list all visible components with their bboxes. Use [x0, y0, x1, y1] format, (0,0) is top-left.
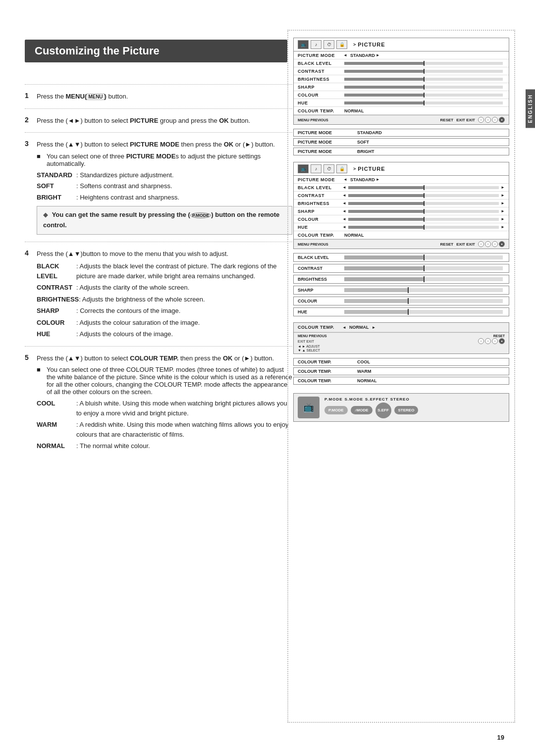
remote-btn-stereo: STEREO — [394, 406, 419, 414]
remote-btn-seffect: S.EFF — [375, 403, 391, 418]
pmode-soft-label: PICTURE MODE — [298, 140, 347, 145]
temp-normal-label: NORMAL — [37, 441, 76, 451]
panel-1-footer: MENU PREVIOUS RESET EXIT EXIT ○ ○ ○ ● — [294, 115, 509, 124]
temp-warm-label: WARM — [37, 420, 76, 430]
mode-bright: BRIGHT : Heightens contrast and sharpnes… — [37, 193, 292, 202]
circle-btn-4: ● — [499, 117, 505, 123]
panel-label-sharp-2: SHARP — [298, 209, 342, 214]
pmode-bright-label: PICTURE MODE — [298, 149, 347, 154]
footer-exit-btn-2: EXIT EXIT — [456, 242, 475, 247]
panel-icons-2: 📺 ♪ ⏱ 🔒 — [298, 164, 347, 173]
left-column: Customizing the Picture 1 Press the MENU… — [25, 40, 292, 458]
ctemp-cool: COLOUR TEMP. COOL — [293, 358, 509, 366]
circle-btn-ct-1: ○ — [478, 338, 484, 344]
panel-row-brightness-1: BRIGHTNESS — [294, 75, 509, 83]
step-4-items: BLACK LEVEL : Adjusts the black level th… — [37, 261, 292, 339]
item-contrast-label: CONTRAST — [37, 283, 76, 293]
step-5-note: You can select one of three COLOUR TEMP.… — [47, 366, 292, 396]
remote-icon: 📺 — [298, 397, 320, 418]
panel-label-contrast-2: CONTRAST — [298, 193, 342, 198]
icon-lock: 🔒 — [336, 40, 347, 49]
item-colour-desc: : Adjusts the colour saturation of the i… — [76, 318, 200, 328]
step-3: 3 Press the (▲▼) button to select PICTUR… — [25, 140, 292, 235]
item-hue-desc: : Adjusts the colours of the image. — [76, 329, 173, 339]
icon-tv: 📺 — [298, 40, 309, 49]
ctemp-cool-label: COLOUR TEMP. — [298, 359, 347, 364]
panel-row-picture-mode-2: PICTURE MODE ◄ STANDARD ► — [294, 176, 509, 184]
temp-cool: COOL : A bluish white. Using this mode w… — [37, 399, 292, 418]
remote-control-panel: 📺 P.MODE S.MODE S.EFFECT STEREO P.MODE ♪… — [293, 393, 509, 422]
step-2: 2 Press the (◄►) button to select PICTUR… — [25, 116, 292, 126]
item-contrast: CONTRAST : Adjusts the clarity of the wh… — [37, 283, 292, 293]
pmode-soft: PICTURE MODE SOFT — [293, 138, 509, 146]
panel-row-sharp-1: SHARP — [294, 83, 509, 91]
footer-menu-btn: MENU PREVIOUS — [298, 118, 328, 122]
panel-label-brightness-1: BRIGHTNESS — [298, 77, 342, 82]
panel-row-brightness-2: BRIGHTNESS ◄ ► — [294, 200, 509, 207]
step-3-text: Press the (▲▼) button to select PICTURE … — [37, 140, 275, 150]
circle-btn-ct-4: ● — [499, 338, 505, 344]
bar-label-contrast: CONTRAST — [298, 266, 342, 271]
step-3-bullet: ■ You can select one of three PICTURE MO… — [37, 152, 292, 167]
picture-panel-1-header: 📺 ♪ ⏱ 🔒 > PICTURE — [294, 38, 509, 51]
bullet-symbol: ■ — [37, 152, 44, 160]
item-black-level-label: BLACK LEVEL — [37, 261, 76, 281]
circle-btn-8: ● — [499, 241, 505, 247]
remote-seffect-label: S.EFFECT — [365, 397, 388, 402]
panel-label-black-2: BLACK LEVEL — [298, 185, 342, 190]
mode-standard-label: STANDARD — [37, 170, 76, 180]
pmode-bright-value: BRIGHT — [357, 149, 374, 154]
remote-btn-pmode: P.MODE — [324, 406, 348, 414]
panel-row-colortemp-2: COLOUR TEMP. NORMAL — [294, 231, 509, 239]
right-column-border: 📺 ♪ ⏱ 🔒 > PICTURE PICTURE MODE ◄ STANDAR… — [287, 30, 515, 723]
panel-row-colour-2: COLOUR ◄ ► — [294, 215, 509, 223]
item-sharp-desc: : Corrects the contours of the image. — [76, 306, 180, 316]
picture-panel-1: 📺 ♪ ⏱ 🔒 > PICTURE PICTURE MODE ◄ STANDAR… — [293, 38, 509, 125]
bar-label-black: BLACK LEVEL — [298, 255, 342, 260]
ctemp-normal-label: COLOUR TEMP. — [298, 378, 347, 383]
bar-sharp: SHARP — [293, 286, 509, 295]
ctemp-normal: COLOUR TEMP. NORMAL — [293, 377, 509, 385]
bar-label-brightness: BRIGHTNESS — [298, 277, 342, 282]
remote-smode-label: S.MODE — [345, 397, 364, 402]
temp-normal: NORMAL : The normal white colour. — [37, 441, 292, 451]
panel-row-contrast-2: CONTRAST ◄ ► — [294, 192, 509, 200]
panel-label-sharp-1: SHARP — [298, 85, 342, 90]
icon-tv-2: 📺 — [298, 164, 309, 173]
circle-btn-2: ○ — [485, 117, 491, 123]
mode-standard: STANDARD : Standardizes picture adjustme… — [37, 170, 292, 180]
item-brightness-desc: : Adjusts the brightness of the whole sc… — [79, 295, 205, 304]
colour-temp-footer: MENU PREVIOUS RESET EXIT EXIT ○ ○ ○ ● — [294, 332, 509, 353]
pmode-standard-label: PICTURE MODE — [298, 130, 347, 135]
panel-label-hue-1: HUE — [298, 101, 342, 105]
step-1-text: Press the MENU(MENU) button. — [37, 92, 128, 101]
ctemp-warm-value: WARM — [357, 369, 372, 374]
item-sharp: SHARP : Corrects the contours of the ima… — [37, 306, 292, 316]
item-hue-label: HUE — [37, 329, 76, 339]
step-3-note-block: ■ You can select one of three PICTURE MO… — [37, 152, 292, 167]
step-5: 5 Press the (▲▼) button to select COLOUR… — [25, 353, 292, 451]
icon-lock-2: 🔒 — [336, 164, 347, 173]
pmode-bright: PICTURE MODE BRIGHT — [293, 148, 509, 155]
page-container: ENGLISH Customizing the Picture 1 Press … — [0, 0, 535, 756]
panel-row-hue-1: HUE — [294, 99, 509, 107]
panel-value-colortemp-1: NORMAL — [344, 108, 364, 113]
panel-label-colortemp-1: COLOUR TEMP. — [298, 108, 342, 113]
bar-hue: HUE — [293, 307, 509, 316]
ctemp-normal-value: NORMAL — [357, 378, 377, 383]
panel-1-title: PICTURE — [358, 42, 385, 48]
panel-row-black-2: BLACK LEVEL ◄ ► — [294, 184, 509, 192]
remote-stereo-label: STEREO — [390, 397, 410, 402]
circle-btn-7: ○ — [492, 241, 498, 247]
picture-panel-2-header: 📺 ♪ ⏱ 🔒 > PICTURE — [294, 162, 509, 176]
mode-soft-label: SOFT — [37, 181, 76, 191]
panel-2-title: PICTURE — [358, 166, 385, 172]
panel-row-black-1: BLACK LEVEL — [294, 59, 509, 67]
mode-standard-desc: : Standardizes picture adjustment. — [76, 170, 174, 180]
item-colour-label: COLOUR — [37, 318, 76, 328]
step-2-num: 2 — [25, 116, 33, 124]
temp-warm-desc: : A reddish white. Using this mode when … — [76, 420, 292, 439]
step-5-num: 5 — [25, 353, 33, 361]
item-black-level: BLACK LEVEL : Adjusts the black level th… — [37, 261, 292, 281]
circle-btn-1: ○ — [478, 117, 484, 123]
